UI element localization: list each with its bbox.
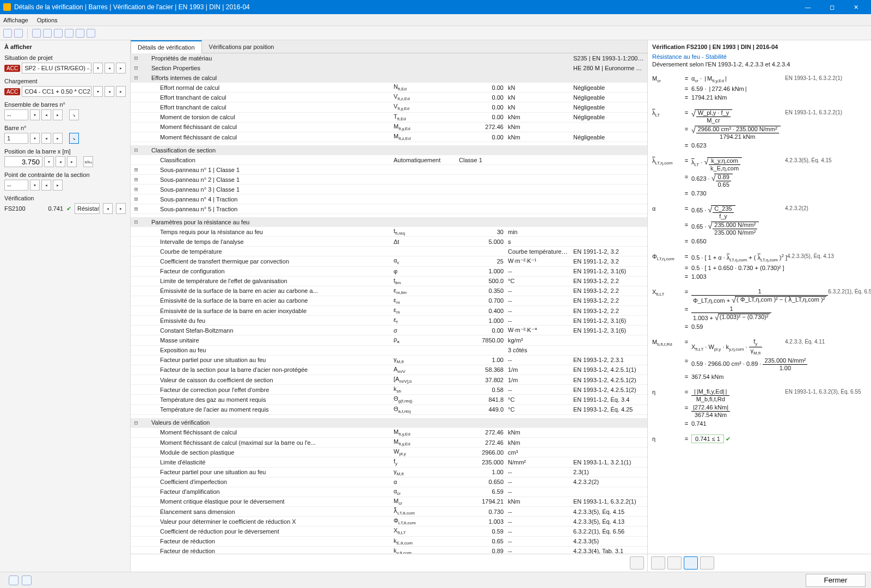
barre-combo[interactable]: 1 (4, 133, 28, 144)
row-label: Coefficient de réduction pour le déverse… (142, 528, 391, 535)
row-ref: EN 1991-1-2, 3.1(6) (571, 327, 647, 334)
tool-icon-5[interactable] (54, 29, 63, 38)
situation-combo[interactable]: SP2 - ELU (STR/GEO) - Accident... (22, 63, 91, 74)
row-ref: EN 1993-1-2, 4.2.5.1(2) (571, 376, 647, 384)
expander-icon[interactable]: ⊞ (131, 185, 142, 193)
row-ref (571, 231, 647, 232)
eq-rhs: 2966.00 cm³ · 235.000 N/mm²1794.21 kNm (691, 126, 785, 140)
chargement-drop[interactable]: ▾ (93, 86, 103, 97)
fermer-button[interactable]: Fermer (806, 574, 866, 587)
expander-icon[interactable]: ⊞ (131, 205, 142, 213)
posx-input[interactable] (4, 156, 42, 167)
row-symbol: εm,lim (391, 286, 457, 296)
rp-icon-2[interactable] (667, 556, 682, 569)
row-label: Sous-panneau n° 4 | Traction (142, 195, 647, 203)
expander-icon[interactable]: ⊞ (131, 175, 142, 183)
tool-icon-3[interactable] (32, 29, 41, 38)
posx-prev[interactable]: ◂ (56, 156, 65, 167)
expander-icon[interactable]: ⊟ (131, 146, 142, 154)
verif-next[interactable]: ▸ (116, 203, 126, 214)
expander-icon[interactable]: ⊟ (131, 64, 142, 72)
situation-next[interactable]: ▸ (116, 63, 126, 74)
center-table[interactable]: ⊟Propriétés de matériauS235 | EN 1993-1-… (131, 53, 647, 554)
row-value: 0.89 (457, 547, 506, 554)
expander-icon[interactable]: ⊟ (131, 419, 142, 427)
tab-details[interactable]: Détails de vérification (131, 40, 202, 53)
eq-rhs: 0.59 (691, 323, 785, 330)
row-unit: -- (506, 267, 571, 275)
row-ref: EN 1993-1-2, 2.2 (571, 287, 647, 295)
pt-combo[interactable]: -- (4, 180, 28, 191)
pt-next[interactable]: ▸ (53, 180, 63, 191)
row-ref (571, 241, 647, 242)
maximize-button[interactable]: ◻ (820, 0, 844, 14)
row-value: 2966.00 (457, 449, 506, 456)
center-print-icon[interactable] (630, 556, 644, 569)
row-value: 1794.21 (457, 498, 506, 505)
row-unit: -- (506, 508, 571, 516)
row-label: Exposition au feu (142, 346, 391, 354)
ensemble-combo[interactable]: -- (4, 109, 28, 120)
eq-ref: EN 1993-1-1, 6.3.2.2(1) (785, 109, 867, 115)
ensemble-prev[interactable]: ◂ (41, 109, 51, 120)
row-label: Coefficient d'imperfection (142, 478, 391, 486)
status-icon-1[interactable] (9, 575, 19, 585)
row-value: 272.46 (457, 123, 506, 131)
row-unit: kNm (506, 428, 571, 436)
verif-prev[interactable]: ◂ (103, 203, 113, 214)
row-value: 500.0 (457, 277, 506, 285)
eq-rhs: W_pl,y · f_yM_cr (691, 109, 785, 124)
barre-drop[interactable]: ▾ (30, 133, 40, 144)
ensemble-next[interactable]: ▸ (53, 109, 63, 120)
tool-icon-7[interactable] (76, 29, 84, 38)
posx-mode-icon[interactable]: x/x₀ (83, 156, 93, 167)
equation-area[interactable]: Mcr=αcr · |Mfi,y,Ed|EN 1993-1-1, 6.3.2.2… (648, 73, 871, 554)
minimize-button[interactable]: — (796, 0, 820, 14)
row-symbol: Nfi,Ed (391, 83, 457, 92)
rp-print-icon[interactable] (700, 556, 714, 569)
status-icon-2[interactable] (22, 575, 32, 585)
situation-drop[interactable]: ▾ (93, 63, 103, 74)
expander-icon[interactable]: ⊟ (131, 218, 142, 226)
menu-options[interactable]: Options (37, 17, 58, 23)
tool-icon-6[interactable] (65, 29, 73, 38)
rp-icon-1[interactable] (651, 556, 665, 569)
row-label: Élancement sans dimension (142, 508, 391, 516)
row-value: 449.0 (457, 406, 506, 413)
menu-affichage[interactable]: Affichage (3, 17, 28, 23)
close-button[interactable]: ✕ (844, 0, 868, 14)
chargement-prev[interactable]: ◂ (105, 86, 114, 97)
row-value: 25 (457, 258, 506, 265)
eq-rhs: 1794.21 kNm (691, 94, 785, 101)
ensemble-drop[interactable]: ▾ (30, 109, 40, 120)
chargement-next[interactable]: ▸ (116, 86, 126, 97)
pt-drop[interactable]: ▾ (30, 180, 40, 191)
eq-ref: 4.2.3.3, Éq. 4.11 (785, 339, 867, 345)
rp-icon-3[interactable] (684, 556, 698, 569)
ensemble-pick-icon[interactable]: ↘ (69, 109, 79, 120)
eq-rhs: 0.741 (691, 420, 785, 427)
row-value: 272.46 (457, 428, 506, 436)
tool-icon-4[interactable] (43, 29, 52, 38)
expander-icon[interactable]: ⊞ (131, 195, 142, 203)
barre-next[interactable]: ▸ (53, 133, 63, 144)
row-ref: EN 1993-1-2, Éq. 4.25 (571, 406, 647, 413)
posx-drop[interactable]: ▾ (44, 156, 54, 167)
verif-desc[interactable]: Résistance au ... (75, 203, 100, 214)
chargement-combo[interactable]: CO4 - CC1 + 0.50 * CC2 (22, 86, 91, 97)
tool-icon-1[interactable] (3, 29, 12, 38)
tab-positions[interactable]: Vérifications par position (202, 40, 281, 53)
row-label: Facteur de correction pour l'effet d'omb… (142, 386, 391, 394)
row-value: 0.650 (457, 478, 506, 486)
row-symbol: φ (391, 267, 457, 275)
tool-icon-8[interactable] (87, 29, 95, 38)
posx-next[interactable]: ▸ (67, 156, 77, 167)
tool-icon-2[interactable] (14, 29, 23, 38)
barre-pick-icon[interactable]: ↘ (69, 133, 79, 144)
expander-icon[interactable]: ⊞ (131, 166, 142, 174)
expander-icon[interactable]: ⊟ (131, 74, 142, 82)
barre-prev[interactable]: ◂ (41, 133, 51, 144)
expander-icon[interactable]: ⊟ (131, 54, 142, 62)
pt-prev[interactable]: ◂ (41, 180, 51, 191)
situation-prev[interactable]: ◂ (105, 63, 114, 74)
